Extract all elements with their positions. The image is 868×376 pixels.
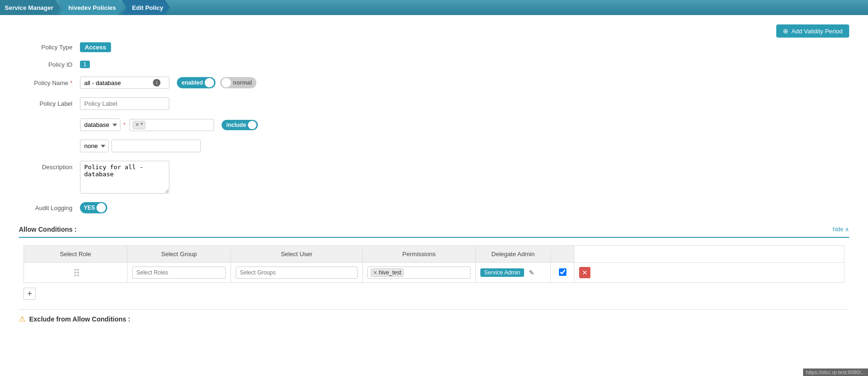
drag-dot <box>77 272 79 274</box>
none-row: none <box>19 140 849 152</box>
col-actions <box>551 246 574 263</box>
delete-cell: ✕ <box>574 263 844 283</box>
policy-id-label: Policy ID <box>19 61 80 68</box>
enabled-toggle-knob <box>205 78 214 87</box>
conditions-table: Select Role Select Group Select User Per… <box>24 245 844 283</box>
policy-label-input[interactable] <box>80 97 169 110</box>
select-user-cell: ✕ hive_test <box>363 263 476 283</box>
policy-name-input[interactable] <box>84 79 150 86</box>
info-icon: i <box>153 79 160 86</box>
select-roles-input[interactable] <box>132 266 226 279</box>
database-tag-text-input[interactable] <box>147 122 175 128</box>
conditions-table-wrapper: Select Role Select Group Select User Per… <box>19 245 849 305</box>
exclude-section: ⚠ Exclude from Allow Conditions : <box>19 309 849 328</box>
policy-label-row: Policy Label <box>19 97 849 110</box>
policy-id-badge: 1 <box>80 61 90 68</box>
policy-name-row: Policy Name i enabled normal <box>19 77 849 89</box>
none-select[interactable]: none <box>80 140 109 152</box>
drag-handle-cell <box>24 263 127 283</box>
permissions-cell: Service Admin ✎ <box>476 263 551 283</box>
permission-badge: Service Admin <box>480 268 524 277</box>
user-tag-remove[interactable]: ✕ <box>373 270 377 276</box>
policy-label-label: Policy Label <box>19 100 80 107</box>
allow-conditions-title: Allow Conditions : <box>19 226 77 233</box>
col-select-role: Select Role <box>24 246 127 263</box>
enabled-toggle[interactable]: enabled <box>177 77 215 88</box>
required-asterisk: * <box>123 121 126 128</box>
col-delegate-admin: Delegate Admin <box>476 246 551 263</box>
policy-type-badge: Access <box>80 42 111 52</box>
add-row-button[interactable]: + <box>24 288 36 300</box>
allow-conditions-header: Allow Conditions : hide ∧ <box>19 222 849 238</box>
database-row: database table column udf * ✕ * include <box>19 118 849 131</box>
breadcrumb-service-manager[interactable]: Service Manager <box>0 0 60 15</box>
user-tag: ✕ hive_test <box>371 268 404 277</box>
warning-icon: ⚠ <box>19 314 25 323</box>
main-content: ⊕ Add Validity Period Policy Type Access… <box>0 15 868 376</box>
breadcrumb-edit-policy[interactable]: Edit Policy <box>122 0 170 15</box>
col-select-group: Select Group <box>127 246 231 263</box>
description-textarea[interactable]: Policy for all - database <box>80 161 169 194</box>
delegate-admin-checkbox[interactable] <box>559 268 566 276</box>
policy-name-input-wrapper: i <box>80 77 169 89</box>
select-role-cell <box>127 263 231 283</box>
audit-logging-label: Audit Logging <box>19 204 80 212</box>
normal-toggle-knob <box>222 78 231 87</box>
exclude-title: Exclude from Allow Conditions : <box>29 315 130 323</box>
include-toggle[interactable]: include <box>222 120 258 130</box>
delete-row-button[interactable]: ✕ <box>579 267 590 278</box>
drag-dot <box>74 269 76 271</box>
drag-dot <box>74 272 76 274</box>
audit-logging-row: Audit Logging YES <box>19 202 849 213</box>
audit-logging-toggle-knob <box>96 203 106 212</box>
table-row: ✕ hive_test Service Admin ✎ <box>24 263 844 283</box>
add-validity-period-button[interactable]: ⊕ Add Validity Period <box>776 24 849 38</box>
drag-dot <box>77 274 79 276</box>
include-toggle-knob <box>248 121 256 129</box>
hide-button[interactable]: hide ∧ <box>833 226 849 233</box>
select-groups-input[interactable] <box>236 266 358 279</box>
user-tag-text-input[interactable] <box>406 269 434 276</box>
policy-name-label: Policy Name <box>19 79 80 86</box>
breadcrumb-hivedev-policies[interactable]: hivedev Policies <box>59 0 122 15</box>
drag-dot <box>77 269 79 271</box>
edit-permission-button[interactable]: ✎ <box>527 268 536 277</box>
select-group-cell <box>231 263 363 283</box>
description-label: Description <box>19 161 80 171</box>
policy-id-row: Policy ID 1 <box>19 61 849 68</box>
database-select-wrap: database table column udf * ✕ * <box>80 118 214 131</box>
breadcrumb: Service Manager hivedev Policies Edit Po… <box>0 0 868 15</box>
tag-remove-icon[interactable]: ✕ <box>135 122 139 128</box>
none-select-wrap: none <box>80 140 201 152</box>
database-tag-input[interactable]: ✕ * <box>129 119 214 131</box>
description-row: Description Policy for all - database <box>19 161 849 194</box>
select-user-tag-input[interactable]: ✕ hive_test <box>367 266 470 279</box>
delegate-admin-cell <box>551 263 574 283</box>
col-permissions: Permissions <box>363 246 476 263</box>
database-select[interactable]: database table column udf <box>80 118 120 131</box>
clock-icon: ⊕ <box>783 27 788 35</box>
policy-type-label: Policy Type <box>19 44 80 51</box>
drag-dot <box>74 274 76 276</box>
normal-toggle[interactable]: normal <box>220 77 256 88</box>
policy-type-row: Policy Type Access <box>19 42 849 52</box>
none-text-input[interactable] <box>111 140 201 152</box>
col-select-user: Select User <box>231 246 363 263</box>
database-tag: ✕ * <box>133 121 145 129</box>
url-bar: https://olcc.rp.test:6080/... <box>803 368 868 376</box>
audit-logging-toggle[interactable]: YES <box>80 202 107 213</box>
